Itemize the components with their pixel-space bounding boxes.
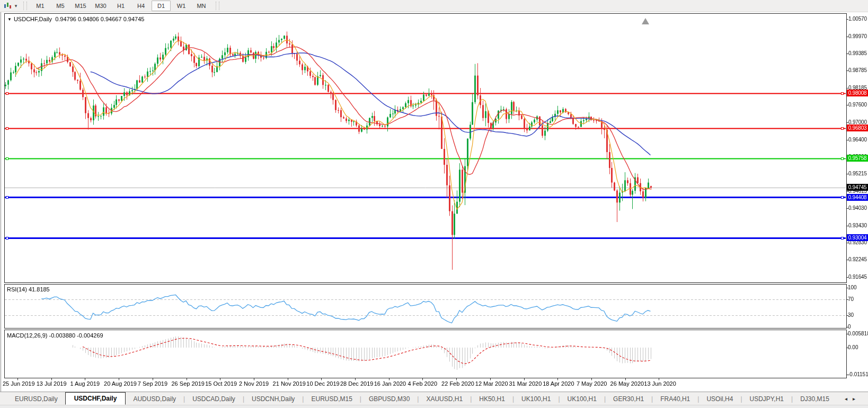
chart-tab-DJ30-M15[interactable]: DJ30,M15 [793,394,837,404]
chart-tab-EURUSD-M15[interactable]: EURUSD,M15 [304,394,359,404]
chart-tab-HK50-H1[interactable]: HK50,H1 [472,394,512,404]
chart-tab-USDCAD-Daily[interactable]: USDCAD,Daily [185,394,243,404]
chart-tab-XAUUSD-H1[interactable]: XAUUSD,H1 [419,394,470,404]
hline-price-tag[interactable]: 0.93004 [847,234,868,241]
chart-tab-USDCNH-Daily[interactable]: USDCNH,Daily [244,394,302,404]
date-axis-label: 26 Sep 2019 [172,380,205,387]
date-axis-label: 12 Mar 2020 [475,380,508,387]
price-axis-tick: 0.94030 [848,205,867,211]
tab-scroll-arrows[interactable]: ◂▸ [845,396,861,402]
chart-canvas[interactable] [0,0,868,408]
price-axis-tick: 0.98785 [848,67,867,73]
rsi-axis-tick: 100 [848,285,857,290]
date-axis-label: 26 May 2020 [610,380,644,387]
chart-tab-FRA40-H1[interactable]: FRA40,H1 [653,394,697,404]
chart-tab-USOil-H4[interactable]: USOil,H4 [699,394,740,404]
chart-tab-GER30-H1[interactable]: GER30,H1 [606,394,651,404]
price-axis-tick: 0.96400 [848,137,867,143]
chart-tab-USDJPY-H1[interactable]: USDJPY,H1 [742,394,791,404]
chart-tab-AUDUSD-Daily[interactable]: AUDUSD,Daily [126,394,183,404]
date-axis-label: 4 Feb 2020 [408,380,437,387]
hline-price-tag[interactable]: 0.98008 [847,90,868,96]
tabs: EURUSD,DailyUSDCHF,DailyAUDUSD,Daily|USD… [7,393,837,405]
date-axis-label: 22 Feb 2020 [441,380,474,387]
macd-axis-tick: -0.011514 [848,371,868,377]
collapse-triangle-icon[interactable]: ▼ [7,17,12,22]
price-axis-tick: 0.91645 [848,274,867,280]
price-axis-tick: 0.93430 [848,223,867,228]
date-axis-label: 21 Nov 2019 [273,380,306,387]
macd-axis-tick: 0.00 [848,344,858,350]
macd-indicator-label: MACD(12,26,9) -0.003880 -0.004269 [7,332,103,339]
tab-scroll-left-icon[interactable]: ◂ [845,396,853,402]
chart-tab-USDCHF-Daily[interactable]: USDCHF,Daily [65,392,126,405]
rsi-axis-tick: 0 [848,324,851,330]
hline-price-tag[interactable]: 0.96803 [847,125,868,131]
rsi-axis-tick: 30 [848,312,854,318]
chart-tab-UK100-H1[interactable]: UK100,H1 [560,394,604,404]
date-axis-label: 16 Jan 2020 [374,380,406,387]
price-axis-tick: 0.97600 [848,102,867,108]
tabbar-spacer [0,392,7,405]
mt4-window: ▾ M1M5M15M30H1H4D1W1MN ▼USDCHF,Daily 0.9… [0,0,868,408]
chart-title: ▼USDCHF,Daily 0.94796 0.94806 0.94667 0.… [7,16,144,22]
price-axis-tick: 0.92245 [848,256,867,262]
date-axis-label: 28 Dec 2019 [340,380,373,387]
rsi-axis-tick: 70 [848,296,854,302]
current-price-tag: 0.94745 [847,184,868,191]
date-axis-label: 15 Oct 2019 [205,380,237,387]
rsi-indicator-label: RSI(14) 41.8185 [7,286,50,292]
chart-tab-EURUSD-Daily[interactable]: EURUSD,Daily [7,394,65,404]
date-axis-label: 7 Sep 2019 [138,380,167,387]
chart-symbol-label: USDCHF,Daily [14,16,52,22]
hline-price-tag[interactable]: 0.95758 [847,155,868,162]
price-axis-tick: 0.99970 [848,33,867,39]
macd-name: MACD(12,26,9) [7,332,47,339]
date-axis-label: 7 May 2020 [577,380,607,387]
macd-current-values: -0.003880 -0.004269 [49,332,103,339]
date-axis-label: 10 Dec 2019 [306,380,339,387]
rsi-name: RSI(14) [7,286,27,292]
price-axis-tick: 0.99385 [848,50,867,56]
price-axis-tick: 1.00570 [848,16,867,22]
date-axis-label: 18 Apr 2020 [543,380,574,387]
date-axis-label: 13 Jun 2020 [644,380,676,387]
date-axis-label: 2 Nov 2019 [239,380,269,387]
chart-ohlc-values: 0.94796 0.94806 0.94667 0.94745 [55,16,144,22]
date-axis-label: 31 Mar 2020 [509,380,542,387]
chart-tab-bar: EURUSD,DailyUSDCHF,DailyAUDUSD,Daily|USD… [0,392,868,405]
price-axis-tick: 0.95215 [848,171,867,176]
macd-axis-tick: 0.005818 [848,331,868,336]
date-axis-label: 1 Aug 2019 [70,380,100,387]
chart-tab-GBPUSD-M30[interactable]: GBPUSD,M30 [361,394,417,404]
date-axis-label: 25 Jun 2019 [3,380,35,387]
date-axis-label: 20 Aug 2019 [104,380,137,387]
horizontal-scrollbar[interactable] [0,405,868,408]
rsi-current-value: 41.8185 [29,286,50,292]
date-axis-label: 13 Jul 2019 [37,380,67,387]
tab-scroll-right-icon[interactable]: ▸ [853,396,861,402]
chart-tab-UK100-H1[interactable]: UK100,H1 [514,394,558,404]
hline-price-tag[interactable]: 0.94408 [847,194,868,201]
